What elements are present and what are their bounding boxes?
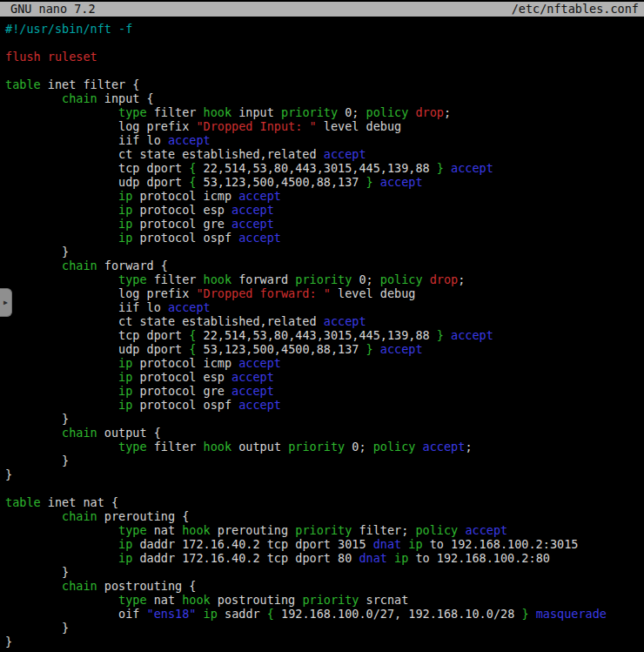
code-line: chain postrouting { [5,579,644,593]
code-line: table inet filter { [5,77,644,91]
code-line: ip daddr 172.16.40.2 tcp dport 3015 dnat… [5,537,644,551]
code-line: ip daddr 172.16.40.2 tcp dport 80 dnat i… [5,551,644,565]
code-line: type filter hook output priority 0; poli… [5,440,644,454]
code-line: ip protocol gre accept [5,217,644,231]
code-line: flush ruleset [5,50,644,64]
code-line: } [5,245,644,259]
code-line: log prefix "Dropped forward: " level deb… [5,286,644,300]
code-line: chain forward { [5,259,644,272]
code-line: type nat hook postrouting priority srcna… [5,593,644,607]
code-line: ip protocol ospf accept [5,398,644,412]
code-line [5,481,644,495]
code-line: #!/usr/sbin/nft -f [5,22,644,36]
code-line: udp dport { 53,123,500,4500,88,137 } acc… [5,175,644,189]
code-line: } [5,412,644,426]
code-line: tcp dport { 22,514,53,80,443,3015,445,13… [5,161,644,175]
terminal-screen: GNU nano 7.2 /etc/nftables.conf #!/usr/s… [0,2,644,652]
code-line [5,36,644,50]
code-line: ip protocol esp accept [5,370,644,384]
code-line: udp dport { 53,123,500,4500,88,137 } acc… [5,342,644,356]
code-line: chain prerouting { [5,509,644,523]
code-line: type nat hook prerouting priority filter… [5,523,644,537]
expand-right-arrow-icon: ▶ [3,299,8,306]
code-line: } [5,621,644,635]
code-line: chain input { [5,91,644,105]
code-line: } [5,635,644,649]
code-line: iif lo accept [5,300,644,314]
code-line: table inet nat { [5,495,644,509]
code-line: } [5,467,644,481]
code-line: ip protocol esp accept [5,203,644,217]
code-line: ip protocol icmp accept [5,356,644,370]
editor-area[interactable]: #!/usr/sbin/nft -f flush ruleset table i… [0,17,644,649]
code-line: oif "ens18" ip saddr { 192.168.100.0/27,… [5,607,644,621]
code-line: type filter hook forward priority 0; pol… [5,272,644,286]
code-line: ct state established,related accept [5,314,644,328]
code-line: log prefix "Dropped Input: " level debug [5,119,644,133]
code-line [5,64,644,77]
code-line: } [5,565,644,579]
code-line: ip protocol ospf accept [5,231,644,245]
code-line: ip protocol icmp accept [5,189,644,203]
code-line: tcp dport { 22,514,53,80,443,3015,445,13… [5,328,644,342]
nano-version: GNU nano 7.2 [10,2,96,17]
code-line: iif lo accept [5,133,644,147]
file-path: /etc/nftables.conf [512,2,639,17]
side-panel-tab[interactable]: ▶ [0,288,12,317]
code-line: } [5,454,644,467]
nano-titlebar: GNU nano 7.2 /etc/nftables.conf [0,2,644,17]
code-line: ip protocol gre accept [5,384,644,398]
code-line: ct state established,related accept [5,147,644,161]
code-line: chain output { [5,426,644,440]
code-line: type filter hook input priority 0; polic… [5,105,644,119]
